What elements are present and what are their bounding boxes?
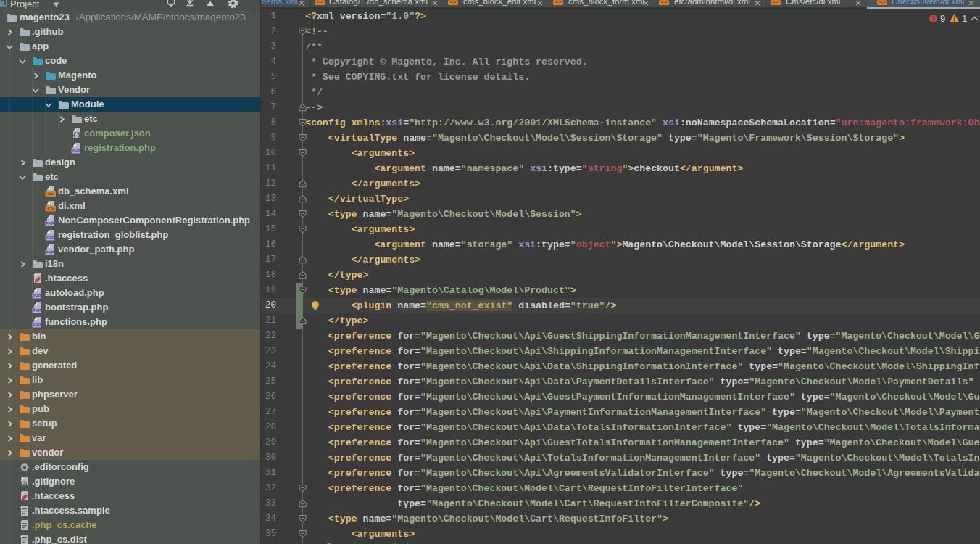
svg-text:PHP: PHP (33, 323, 41, 327)
svg-text:<>: <> (47, 191, 54, 197)
svg-text:<>: <> (47, 205, 54, 212)
svg-text:PHP: PHP (46, 250, 54, 255)
svg-text:PHP: PHP (46, 221, 54, 226)
svg-text:PHP: PHP (46, 236, 54, 240)
svg-text:PHP: PHP (33, 294, 41, 298)
svg-text:{}: {} (73, 132, 81, 139)
svg-text:PHP: PHP (33, 308, 41, 313)
svg-text:PHP: PHP (72, 149, 80, 153)
